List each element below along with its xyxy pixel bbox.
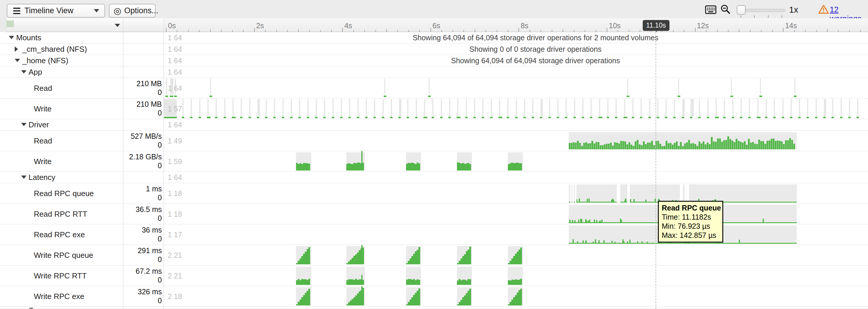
timeline-cell[interactable]: 1 64 <box>164 119 868 130</box>
spike-bar <box>361 275 363 285</box>
event-bar <box>429 78 430 94</box>
histogram-bar <box>591 141 593 149</box>
tree-cell--home-nfs-[interactable]: _home (NFS) <box>6 55 123 66</box>
timeline-app: Timeline View ◎ Options... <box>0 0 868 309</box>
event-marker <box>682 117 684 118</box>
timeline-row-read-rpc-queue: Read RPC queue1 ms01 18 <box>0 183 868 204</box>
timeline-cell[interactable]: 1 57 <box>164 99 868 119</box>
timeline-cell[interactable]: 2 21 <box>164 266 868 286</box>
histogram-bar <box>727 136 729 149</box>
zoom-out-icon[interactable] <box>720 4 731 15</box>
collapse-arrow-icon[interactable] <box>21 123 27 126</box>
ruler-tick <box>695 28 695 32</box>
timeline-cell[interactable]: 1 64 <box>164 66 868 78</box>
histogram-bar <box>717 138 719 149</box>
ruler-tick <box>827 29 828 32</box>
histogram-bar <box>672 145 674 149</box>
value-cell: 67.2 ms0 <box>123 266 162 286</box>
tree-cell-write-rpc-exe[interactable]: Write RPC exe <box>6 286 123 306</box>
timeline-row-write-rpc-exe: Write RPC exe326 ms02 18 <box>0 286 868 307</box>
tooltip-time: Time: 11.1182s <box>662 213 719 222</box>
timeline-cell[interactable]: 1 64Showing 0 of 0 storage driver operat… <box>164 43 868 55</box>
histogram-bar <box>630 145 632 149</box>
timeline-cell[interactable]: 1 49 <box>164 131 868 151</box>
view-selector-dropdown[interactable]: Timeline View <box>7 4 105 18</box>
options-button[interactable]: ◎ Options... <box>109 4 156 18</box>
tree-cell-read-rpc-queue[interactable]: Read RPC queue <box>6 183 123 203</box>
ruler-tick <box>519 28 519 32</box>
hamburger-icon <box>13 6 20 15</box>
keyboard-shortcuts-icon[interactable] <box>705 5 717 14</box>
expand-arrow-icon[interactable] <box>15 46 18 52</box>
tree-cell-latency[interactable]: Latency <box>6 172 123 183</box>
event-bar <box>766 99 767 116</box>
histogram-bar <box>767 141 768 149</box>
tree-cell-write[interactable]: Write <box>6 99 123 119</box>
event-bar <box>532 99 533 116</box>
tree-cell-write[interactable]: Write <box>6 151 123 171</box>
event-bar <box>699 99 700 116</box>
value-cell <box>123 43 162 55</box>
time-cursor-badge: 11.10s <box>643 20 670 31</box>
timeline-cell[interactable]: 1 18 <box>164 183 868 203</box>
ruler-tick <box>497 30 497 32</box>
tree-cell-read[interactable]: Read <box>6 78 123 98</box>
event-bar <box>349 99 350 116</box>
event-bar <box>591 99 592 116</box>
event-bar <box>582 99 584 116</box>
event-bar <box>391 99 392 116</box>
collapse-arrow-icon[interactable] <box>15 59 20 62</box>
collapse-arrow-icon[interactable] <box>21 70 27 73</box>
event-marker <box>170 96 173 97</box>
timeline-cell[interactable]: 1 64 <box>164 172 868 183</box>
timeline-cell[interactable]: 1 64 <box>164 78 868 98</box>
tree-cell-read-rpc-exe[interactable]: Read RPC exe <box>6 224 123 245</box>
collapse-arrow-icon[interactable] <box>21 175 27 179</box>
tree-cell-driver[interactable]: Driver <box>6 119 123 130</box>
time-ruler[interactable]: 0s2s4s6s8s10s12s14s11.10s <box>164 18 868 32</box>
tree-cell-read[interactable]: Read <box>6 131 123 151</box>
timeline-cell[interactable]: 1 64Showing 64,094 of 64,094 storage dri… <box>164 32 868 43</box>
event-bar <box>782 99 783 116</box>
value-min: 0 <box>158 214 162 222</box>
value-min: 0 <box>158 194 162 202</box>
ruler-tick <box>805 30 806 32</box>
histogram-bar <box>701 143 702 149</box>
tree-cell-app[interactable]: App <box>6 66 123 78</box>
event-marker <box>398 117 401 118</box>
event-bar <box>516 99 517 116</box>
header-dropdown-icon[interactable] <box>115 24 120 27</box>
event-bar <box>627 78 628 94</box>
timeline-row-mounts: Mounts1 64Showing 64,094 of 64,094 stora… <box>0 32 868 43</box>
histogram-bar <box>612 145 614 149</box>
row-label: _home (NFS) <box>22 56 68 65</box>
column-divider[interactable] <box>123 18 123 309</box>
collapse-arrow-icon[interactable] <box>9 36 14 39</box>
value-tick <box>593 242 594 243</box>
spike-bar <box>361 286 363 306</box>
histogram-bar <box>583 143 585 149</box>
timeline-cell[interactable]: 1 59 <box>164 151 868 171</box>
tree-cell-write-rpc-queue[interactable]: Write RPC queue <box>6 245 123 265</box>
tree-cell-read-rpc-rtt[interactable]: Read RPC RTT <box>6 204 123 224</box>
timeline-cell[interactable]: 2 18 <box>164 286 868 306</box>
event-marker <box>665 117 667 118</box>
timeline-cell[interactable]: 1 18 <box>164 204 868 224</box>
histogram-bar <box>622 141 624 149</box>
row-count-annotation: 1 64 <box>168 121 182 129</box>
tree-cell-mounts[interactable]: Mounts <box>6 32 123 43</box>
event-bar <box>832 99 833 116</box>
timeline-cell[interactable]: 2 21 <box>164 245 868 265</box>
zoom-slider-handle[interactable] <box>737 5 746 15</box>
event-marker <box>232 117 236 118</box>
tree-pane-header[interactable] <box>6 18 123 32</box>
timeline-row-partial <box>0 307 868 309</box>
tree-cell-write-rpc-rtt[interactable]: Write RPC RTT <box>6 266 123 286</box>
tree-cell--cm-shared-nfs-[interactable]: _cm_shared (NFS) <box>6 43 123 55</box>
timeline-cell[interactable]: 1 17 <box>164 224 868 245</box>
value-max: 2.18 GB/s <box>129 152 162 161</box>
event-marker <box>590 117 592 118</box>
tooltip-min: Min: 76.923 µs <box>662 222 719 231</box>
row-label: Read RPC exe <box>34 230 85 239</box>
timeline-cell[interactable]: 1 64Showing 64,094 of 64,094 storage dri… <box>164 55 868 66</box>
